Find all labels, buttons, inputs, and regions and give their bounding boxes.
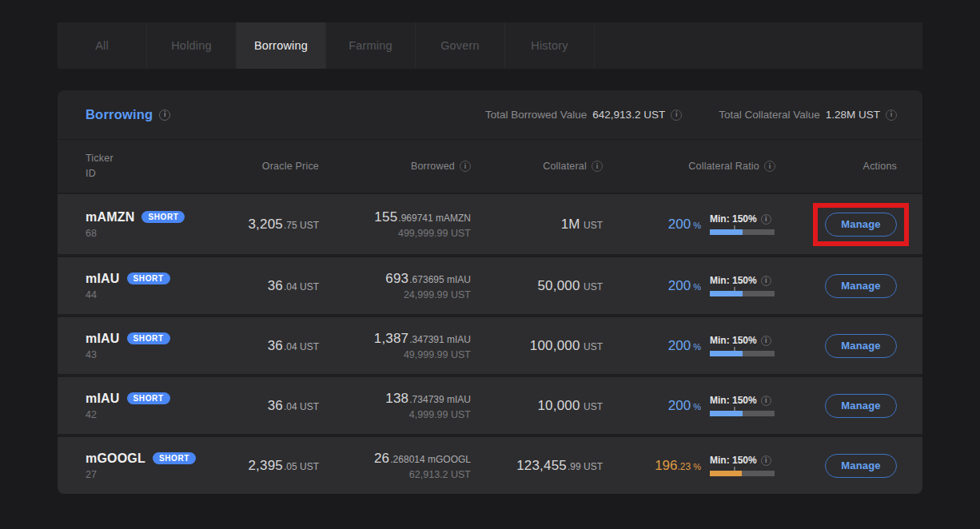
ratio-progress-fill (710, 411, 743, 416)
ticker-cell: mIAU SHORT 43 (86, 332, 221, 360)
actions-cell: Manage (825, 454, 897, 478)
borrowed-cell: 1,387.347391 mIAU 49,999.99 UST (374, 331, 471, 360)
actions-cell: Manage (825, 394, 897, 418)
panel-title: Borrowing (86, 107, 170, 122)
ticker-symbol: mAMZN (86, 210, 134, 225)
info-icon[interactable] (592, 161, 603, 172)
ratio-progress-bar (710, 229, 775, 235)
total-collateral-label: Total Collateral Value (719, 109, 820, 121)
tab-all[interactable]: All (58, 22, 147, 69)
borrowed-cell: 138.734739 mIAU 4,999.99 UST (385, 391, 471, 420)
short-badge: SHORT (153, 452, 196, 464)
column-collateral-ratio: Collateral Ratio (688, 161, 775, 172)
collateral-cell: 50,000 UST (537, 278, 603, 294)
manage-button[interactable]: Manage (825, 394, 897, 418)
info-icon[interactable] (761, 276, 771, 286)
ticker-cell: mIAU SHORT 44 (86, 272, 221, 300)
ratio-value: 200% (668, 398, 701, 414)
oracle-price-cell: 36.04 UST (268, 338, 319, 354)
ratio-progress-fill (710, 291, 743, 296)
tab-borrowing[interactable]: Borrowing (237, 22, 326, 69)
min-ratio-tick (734, 287, 735, 291)
total-collateral-value: Total Collateral Value 1.28M UST (719, 109, 897, 121)
tab-farming[interactable]: Farming (326, 22, 416, 69)
ratio-value: 196.23% (655, 458, 701, 474)
page: All Holding Borrowing Farming Govern His… (58, 0, 922, 494)
position-id: 42 (86, 409, 221, 420)
table-row: mIAU SHORT 43 36.04 UST 1,387.347391 mIA… (58, 314, 922, 374)
actions-cell: Manage (825, 213, 897, 237)
ratio-progress-bar (710, 411, 775, 416)
collateral-ratio-cell: 200% Min: 150% (668, 275, 775, 296)
ratio-value: 200% (668, 338, 701, 354)
info-icon[interactable] (764, 161, 775, 172)
ticker-symbol: mGOOGL (86, 451, 145, 466)
column-ticker-id: Ticker ID (86, 151, 221, 182)
manage-button[interactable]: Manage (825, 454, 897, 478)
ratio-value: 200% (668, 217, 701, 233)
borrowed-ust-value: 499,999.99 UST (374, 228, 471, 239)
column-oracle-price: Oracle Price (262, 161, 319, 172)
ratio-progress-bar (710, 471, 775, 476)
manage-button[interactable]: Manage (825, 274, 897, 298)
collateral-ratio-cell: 200% Min: 150% (668, 395, 775, 416)
panel-header: Borrowing Total Borrowed Value 642,913.2… (58, 90, 922, 140)
ticker-symbol: mIAU (86, 332, 120, 346)
info-icon[interactable] (761, 214, 771, 225)
ratio-progress-fill (710, 351, 743, 356)
column-collateral: Collateral (543, 161, 603, 172)
oracle-price-cell: 3,205.75 UST (248, 217, 319, 233)
min-ratio-label: Min: 150% (710, 395, 757, 406)
info-icon[interactable] (460, 161, 471, 172)
table-header: Ticker ID Oracle Price Borrowed Collater… (58, 140, 922, 194)
info-icon[interactable] (159, 109, 170, 121)
info-icon[interactable] (671, 109, 682, 121)
info-icon[interactable] (761, 336, 771, 346)
ticker-cell: mIAU SHORT 42 (86, 392, 221, 420)
tab-history[interactable]: History (505, 22, 595, 69)
min-ratio-label: Min: 150% (710, 335, 757, 346)
total-collateral-amount: 1.28M UST (826, 109, 880, 121)
tab-govern[interactable]: Govern (416, 22, 505, 69)
ratio-progress-bar (710, 351, 775, 356)
borrowed-ust-value: 24,999.99 UST (385, 289, 471, 300)
manage-button[interactable]: Manage (825, 213, 897, 237)
actions-cell: Manage (825, 334, 897, 358)
total-borrowed-amount: 642,913.2 UST (592, 109, 665, 121)
info-icon[interactable] (761, 455, 771, 466)
ticker-symbol: mIAU (86, 272, 120, 286)
ticker-symbol: mIAU (86, 392, 120, 406)
total-borrowed-value: Total Borrowed Value 642,913.2 UST (485, 109, 682, 121)
manage-button[interactable]: Manage (825, 334, 897, 358)
actions-cell: Manage (825, 274, 897, 298)
collateral-cell: 123,455.99 UST (516, 458, 603, 474)
position-id: 68 (86, 228, 221, 239)
info-icon[interactable] (886, 109, 897, 121)
short-badge: SHORT (127, 392, 170, 404)
ticker-cell: mGOOGL SHORT 27 (86, 451, 221, 480)
short-badge: SHORT (127, 332, 170, 344)
tab-holding[interactable]: Holding (147, 22, 237, 69)
collateral-ratio-cell: 200% Min: 150% (668, 335, 775, 356)
min-ratio-tick (734, 225, 735, 229)
ratio-progress-fill (710, 471, 742, 476)
short-badge: SHORT (141, 211, 185, 223)
ratio-progress-fill (710, 229, 743, 235)
position-id: 43 (86, 349, 221, 360)
min-ratio-label: Min: 150% (710, 213, 757, 225)
oracle-price-cell: 36.04 UST (268, 398, 319, 414)
annotation-highlight-wrap: Manage (825, 334, 897, 358)
annotation-highlight-wrap: Manage (825, 454, 897, 478)
min-ratio-tick (734, 347, 735, 351)
info-icon[interactable] (761, 396, 771, 406)
annotation-highlight-wrap: Manage (825, 274, 897, 298)
collateral-ratio-cell: 200% Min: 150% (668, 213, 775, 235)
collateral-cell: 10,000 UST (537, 398, 603, 414)
short-badge: SHORT (127, 272, 170, 284)
oracle-price-cell: 36.04 UST (268, 278, 319, 294)
borrowed-ust-value: 49,999.99 UST (374, 349, 471, 360)
collateral-cell: 100,000 UST (530, 338, 603, 354)
column-borrowed: Borrowed (411, 161, 471, 172)
borrowed-cell: 155.969741 mAMZN 499,999.99 UST (374, 209, 471, 239)
table-row: mIAU SHORT 42 36.04 UST 138.734739 mIAU … (58, 374, 922, 434)
